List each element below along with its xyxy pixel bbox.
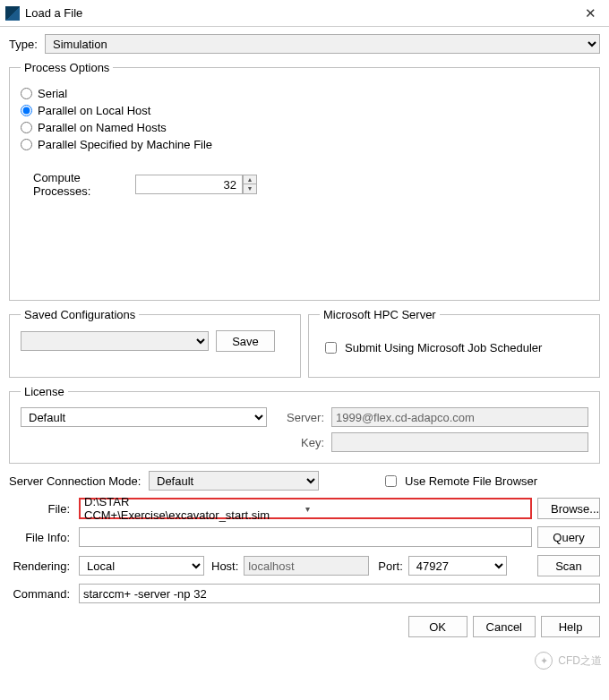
file-value: D:\STAR CCM+\Exercise\excavator_start.si…	[84, 495, 304, 522]
watermark-text: CFD之道	[558, 653, 602, 669]
radio-serial-label: Serial	[38, 87, 67, 100]
radio-parallel-local[interactable]	[21, 105, 32, 116]
hpc-submit-checkbox[interactable]	[325, 342, 337, 354]
license-legend: License	[21, 385, 68, 398]
process-options-legend: Process Options	[21, 61, 113, 74]
spinner-down-icon[interactable]: ▼	[244, 184, 256, 193]
license-select[interactable]: Default	[21, 407, 267, 427]
saved-configurations-group: Saved Configurations Save	[9, 308, 301, 378]
remote-file-browser-checkbox[interactable]	[385, 475, 397, 487]
spinner-up-icon[interactable]: ▲	[244, 175, 256, 184]
compute-processes-label: Compute Processes:	[21, 171, 135, 198]
radio-parallel-local-label: Parallel on Local Host	[38, 104, 150, 117]
server-connection-mode-label: Server Connection Mode:	[9, 474, 143, 488]
rendering-label: Rendering:	[9, 559, 73, 573]
watermark-icon: ✦	[535, 652, 553, 670]
file-info-label: File Info:	[9, 531, 73, 544]
app-icon	[5, 6, 20, 21]
radio-serial[interactable]	[21, 88, 32, 99]
close-icon[interactable]: ✕	[577, 5, 604, 21]
help-button[interactable]: Help	[541, 616, 600, 637]
host-field	[244, 556, 369, 576]
port-select[interactable]: 47927	[408, 556, 507, 576]
window-title: Load a File	[25, 6, 577, 20]
save-button[interactable]: Save	[216, 330, 275, 352]
compute-processes-input[interactable]	[135, 175, 243, 194]
radio-parallel-machinefile-label: Parallel Specified by Machine File	[38, 138, 212, 151]
license-group: License Default Server: Key:	[9, 385, 600, 464]
key-label: Key:	[272, 436, 326, 449]
host-label: Host:	[210, 559, 238, 573]
hpc-submit-label: Submit Using Microsoft Job Scheduler	[345, 341, 542, 354]
file-combo[interactable]: D:\STAR CCM+\Exercise\excavator_start.si…	[79, 498, 532, 519]
type-select[interactable]: Simulation	[45, 34, 600, 54]
server-field	[331, 407, 588, 427]
radio-parallel-machinefile[interactable]	[21, 139, 32, 150]
rendering-select[interactable]: Local	[79, 556, 204, 576]
server-connection-mode-select[interactable]: Default	[149, 471, 319, 491]
titlebar: Load a File ✕	[0, 0, 609, 27]
cancel-button[interactable]: Cancel	[473, 616, 536, 637]
server-label: Server:	[272, 411, 326, 424]
type-label: Type:	[9, 38, 45, 51]
key-field	[331, 432, 588, 452]
ok-button[interactable]: OK	[408, 616, 467, 637]
hpc-server-group: Microsoft HPC Server Submit Using Micros…	[308, 308, 600, 378]
command-field[interactable]	[79, 584, 600, 603]
process-options-group: Process Options Serial Parallel on Local…	[9, 61, 600, 301]
radio-parallel-named-label: Parallel on Named Hosts	[38, 121, 167, 134]
saved-configurations-legend: Saved Configurations	[21, 308, 139, 321]
watermark: ✦ CFD之道	[535, 652, 602, 670]
port-label: Port:	[374, 559, 402, 573]
file-label: File:	[9, 502, 73, 516]
saved-configurations-select[interactable]	[21, 331, 209, 351]
remote-file-browser-label: Use Remote File Browser	[405, 474, 537, 488]
query-button[interactable]: Query	[537, 526, 600, 548]
chevron-down-icon[interactable]: ▾	[304, 504, 527, 514]
browse-button[interactable]: Browse...	[537, 498, 600, 519]
radio-parallel-named[interactable]	[21, 122, 32, 133]
file-info-field[interactable]	[79, 527, 532, 547]
command-label: Command:	[9, 587, 73, 601]
hpc-server-legend: Microsoft HPC Server	[320, 308, 440, 321]
scan-button[interactable]: Scan	[537, 555, 600, 576]
